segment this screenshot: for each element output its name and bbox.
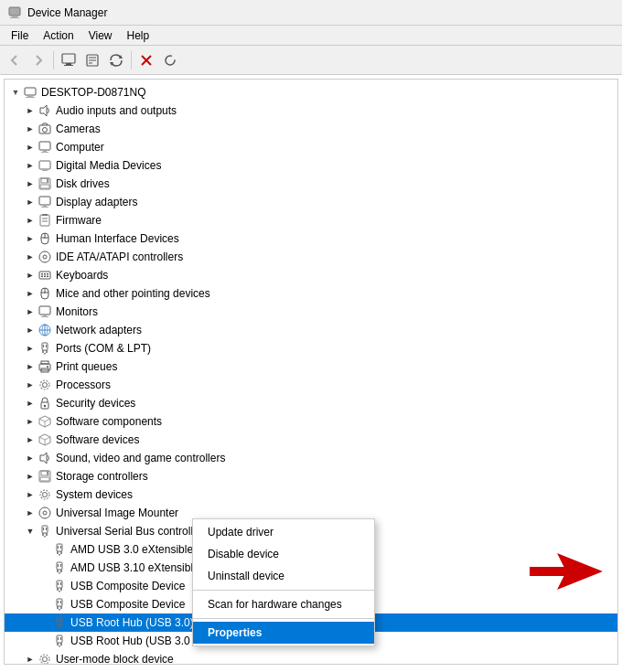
tree-expand-icon[interactable]: ►: [23, 487, 38, 502]
tree-expand-icon[interactable]: ►: [23, 140, 38, 155]
tree-item[interactable]: ►Processors: [5, 376, 617, 394]
tree-item[interactable]: ►Security devices: [5, 394, 617, 412]
tree-item[interactable]: ►Sound, video and game controllers: [5, 449, 617, 467]
tree-item[interactable]: ►Digital Media Devices: [5, 156, 617, 175]
tree-expand-icon[interactable]: ►: [23, 176, 38, 191]
svg-rect-100: [58, 546, 59, 549]
menu-file[interactable]: File: [4, 27, 36, 44]
tree-expand-icon[interactable]: ►: [23, 378, 38, 392]
tree-expand-icon[interactable]: ►: [23, 652, 38, 665]
tree-item[interactable]: ►Monitors: [5, 303, 617, 321]
svg-point-72: [44, 405, 46, 407]
tree-item[interactable]: ►Software devices: [5, 431, 617, 449]
menu-view[interactable]: View: [81, 27, 120, 44]
tree-expand-icon[interactable]: ►: [23, 359, 38, 374]
tree-expand-icon[interactable]: ►: [23, 432, 38, 447]
svg-rect-102: [57, 562, 62, 570]
toolbar-forward-button[interactable]: [27, 49, 49, 71]
tree-item[interactable]: ►Display adapters: [5, 193, 617, 211]
tree-expand-icon[interactable]: ►: [23, 341, 38, 356]
svg-rect-43: [41, 273, 43, 275]
ctx-scan-hardware[interactable]: Scan for hardware changes: [193, 593, 374, 615]
tree-item-label: Disk drives: [56, 177, 110, 190]
svg-rect-45: [47, 273, 48, 275]
tree-item-label: IDE ATA/ATAPI controllers: [56, 251, 183, 263]
tree-item[interactable]: ►Firmware: [5, 211, 617, 229]
tree-item[interactable]: ►Computer: [5, 138, 617, 156]
tree-expand-icon[interactable]: ►: [23, 103, 38, 118]
tree-expand-icon[interactable]: ►: [23, 451, 38, 465]
tree-expand-icon[interactable]: ►: [23, 304, 38, 319]
tree-item[interactable]: ►Audio inputs and outputs: [5, 101, 617, 120]
tree-item-label: Mice and other pointing devices: [56, 287, 210, 300]
tree-item-label: Security devices: [56, 397, 135, 410]
tree-item-label: USB Composite Device: [70, 598, 185, 611]
tree-expand-icon[interactable]: ►: [23, 158, 38, 173]
tree-expand-icon[interactable]: ►: [23, 414, 38, 429]
ctx-update-driver[interactable]: Update driver: [193, 521, 374, 543]
toolbar-scan-button[interactable]: [105, 49, 127, 71]
tree-item-label: Cameras: [56, 123, 101, 135]
toolbar-properties-button[interactable]: [81, 49, 103, 71]
tree-item[interactable]: ►Storage controllers: [5, 467, 617, 485]
svg-point-70: [40, 380, 49, 389]
main-content[interactable]: ▼ DESKTOP-D0871NQ ►Audio inputs and outp…: [4, 79, 618, 665]
svg-rect-30: [39, 197, 50, 205]
root-expand-icon[interactable]: ▼: [8, 85, 23, 100]
tree-item[interactable]: ►Human Interface Devices: [5, 229, 617, 248]
tree-item[interactable]: ►Cameras: [5, 120, 617, 138]
toolbar-back-button[interactable]: [4, 49, 26, 71]
tree-item[interactable]: ►Print queues: [5, 357, 617, 376]
tree-item[interactable]: ►Software components: [5, 412, 617, 431]
tree-item[interactable]: ►User-mode block device: [5, 650, 617, 665]
tree-item[interactable]: ►Mice and other pointing devices: [5, 284, 617, 303]
tree-item[interactable]: ►Disk drives: [5, 175, 617, 193]
title-icon: [7, 5, 22, 20]
tree-expand-icon[interactable]: ►: [23, 469, 38, 484]
tree-item-icon: [38, 231, 52, 246]
svg-rect-31: [43, 205, 47, 207]
svg-point-14: [166, 56, 175, 65]
toolbar-computer-button[interactable]: [58, 49, 80, 71]
tree-item-icon: [38, 378, 52, 392]
tree-item[interactable]: ►Keyboards: [5, 266, 617, 284]
tree-item-label: Sound, video and game controllers: [56, 452, 225, 464]
tree-expand-icon[interactable]: ►: [23, 286, 38, 301]
tree-expand-icon[interactable]: ►: [23, 396, 38, 411]
tree-expand-icon[interactable]: ►: [23, 323, 38, 337]
context-menu: Update driver Disable device Uninstall d…: [192, 518, 375, 646]
tree-expand-icon[interactable]: ►: [23, 122, 38, 136]
tree-expand-icon[interactable]: ►: [23, 268, 38, 283]
svg-rect-46: [41, 276, 43, 278]
tree-expand-icon[interactable]: ►: [23, 213, 38, 228]
svg-point-88: [39, 507, 50, 518]
tree-item[interactable]: ►Network adapters: [5, 321, 617, 339]
tree-item-icon: [38, 304, 52, 319]
tree-item-label: Ports (COM & LPT): [56, 342, 151, 355]
tree-item[interactable]: ►IDE ATA/ATAPI controllers: [5, 248, 617, 266]
svg-rect-94: [43, 528, 44, 530]
menu-help[interactable]: Help: [120, 27, 157, 44]
toolbar-refresh-button[interactable]: [159, 49, 181, 71]
tree-item-icon: [38, 323, 52, 337]
tree-expand-icon[interactable]: ►: [23, 231, 38, 246]
svg-rect-64: [46, 345, 47, 347]
ctx-uninstall-device[interactable]: Uninstall device: [193, 565, 374, 587]
toolbar-uninstall-button[interactable]: [135, 49, 157, 71]
tree-item-label: Software components: [56, 415, 162, 428]
tree-expand-icon[interactable]: ►: [23, 250, 38, 264]
ctx-properties[interactable]: Properties: [193, 622, 374, 644]
svg-rect-114: [57, 599, 62, 606]
tree-expand-icon[interactable]: ►: [23, 195, 38, 209]
svg-rect-48: [47, 276, 48, 278]
tree-item-label: Print queues: [56, 360, 117, 373]
tree-item[interactable]: ►Ports (COM & LPT): [5, 339, 617, 357]
tree-item-icon: [38, 396, 52, 411]
tree-expand-icon[interactable]: ▼: [23, 524, 38, 539]
menu-action[interactable]: Action: [36, 27, 80, 44]
tree-root[interactable]: ▼ DESKTOP-D0871NQ: [5, 83, 617, 101]
tree-item-label: Display adapters: [56, 196, 137, 208]
tree-item[interactable]: ►System devices: [5, 485, 617, 504]
tree-expand-icon[interactable]: ►: [23, 506, 38, 520]
ctx-disable-device[interactable]: Disable device: [193, 543, 374, 565]
